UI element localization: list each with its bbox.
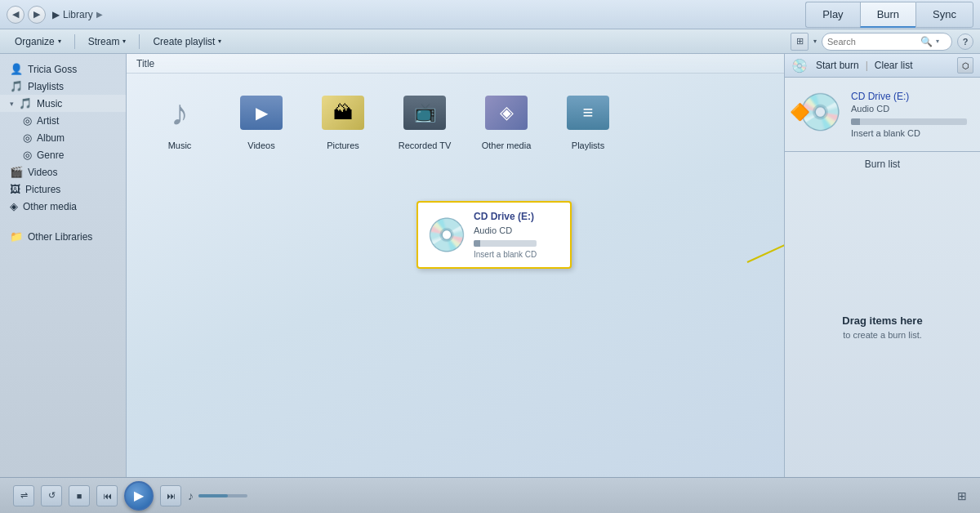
sidebar-genre-label: Genre — [37, 149, 64, 161]
burn-panel-actions: 💿 Start burn | Clear list ⬡ — [785, 54, 980, 78]
view-dropdown-arrow[interactable]: ▾ — [813, 38, 817, 45]
create-playlist-dropdown-arrow: ▾ — [218, 38, 221, 45]
toolbar-right: ⊞ ▾ 🔍 ▾ ? — [791, 33, 973, 51]
sidebar-item-other-media[interactable]: ◈ Other media — [0, 198, 126, 215]
cd-popup-progress-bar — [474, 240, 537, 247]
burn-drop-area[interactable]: Drag items here to create a burn list. — [785, 176, 980, 477]
expand-view-button[interactable]: ⊞ — [957, 489, 967, 502]
album-icon: ◎ — [23, 132, 32, 144]
search-dropdown[interactable]: ▾ — [936, 38, 939, 45]
connector-line — [747, 181, 784, 262]
play-tab-button[interactable]: Play — [805, 2, 859, 28]
toolbar-separator-1 — [74, 34, 75, 49]
sidebar-item-other-libraries[interactable]: 📁 Other Libraries — [0, 228, 126, 245]
prev-button[interactable]: ⏮ — [96, 485, 118, 506]
help-button[interactable]: ? — [957, 33, 973, 50]
organize-dropdown-arrow: ▾ — [58, 38, 61, 45]
stop-button[interactable]: ■ — [69, 485, 90, 506]
view-toggle-button[interactable]: ⊞ — [791, 33, 808, 51]
music-media-icon: ♪ — [171, 92, 189, 133]
sync-tab-button[interactable]: Sync — [915, 2, 973, 28]
sidebar-item-album[interactable]: ◎ Album — [0, 129, 126, 146]
search-input[interactable] — [827, 37, 917, 47]
play-button[interactable]: ▶ — [124, 481, 154, 511]
search-box: 🔍 ▾ — [822, 33, 952, 51]
user-icon: 👤 — [10, 63, 23, 75]
repeat-button[interactable]: ↺ — [41, 485, 62, 506]
media-item-pictures[interactable]: 🏔 Pictures — [314, 90, 372, 150]
burn-insert-text: Insert a blank CD — [851, 128, 967, 138]
pictures-icon-box: 🏔 — [320, 90, 366, 136]
breadcrumb-arrow2: ▶ — [96, 10, 103, 19]
volume-slider[interactable] — [198, 494, 247, 497]
burn-progress-fill — [851, 118, 860, 125]
media-item-playlists[interactable]: ≡ Playlists — [559, 90, 617, 150]
other-media-media-icon: ◈ — [485, 96, 528, 130]
content-title: Title — [136, 58, 154, 69]
back-button[interactable]: ◀ — [7, 6, 24, 24]
pictures-mountain-icon: 🏔 — [333, 101, 353, 124]
burn-list-label: Burn list — [785, 152, 980, 176]
cd-popup-inner: 💿 CD Drive (E:) Audio CD Insert a blank … — [426, 211, 562, 259]
other-media-icon-sym: ◈ — [500, 102, 514, 123]
genre-icon: ◎ — [23, 149, 32, 161]
sidebar-item-genre[interactable]: ◎ Genre — [0, 146, 126, 163]
cd-popup-info: CD Drive (E:) Audio CD Insert a blank CD — [474, 211, 537, 259]
start-burn-button[interactable]: Start burn — [816, 60, 859, 71]
nav-buttons: ◀ ▶ — [7, 6, 46, 24]
other-media-icon-box: ◈ — [483, 90, 529, 136]
search-icon: 🔍 — [920, 36, 933, 47]
stream-button[interactable]: Stream ▾ — [80, 33, 135, 51]
toolbar-separator-2 — [139, 34, 140, 49]
organize-button[interactable]: Organize ▾ — [7, 33, 69, 51]
playlists-icon: 🎵 — [10, 80, 23, 92]
sidebar-item-playlists[interactable]: 🎵 Playlists — [0, 78, 126, 95]
sidebar-other-libraries-label: Other Libraries — [28, 231, 92, 243]
cd-popup-subtitle: Audio CD — [474, 225, 537, 235]
cd-disc-icon: 💿 — [426, 216, 467, 254]
media-item-videos[interactable]: ▶ Videos — [233, 90, 290, 150]
videos-icon: 🎬 — [10, 166, 23, 178]
media-item-recorded-tv[interactable]: 📺 Recorded TV — [396, 90, 453, 150]
sidebar-playlists-label: Playlists — [28, 81, 64, 92]
media-label-playlists: Playlists — [572, 141, 604, 150]
bottom-bar: ⇌ ↺ ■ ⏮ ▶ ⏭ ♪ ⊞ — [0, 477, 980, 513]
media-item-music[interactable]: ♪ Music — [151, 90, 208, 150]
other-libraries-icon: 📁 — [10, 230, 23, 243]
burn-tab-button[interactable]: Burn — [860, 2, 915, 28]
cd-popup-title: CD Drive (E:) — [474, 211, 537, 222]
shuffle-button[interactable]: ⇌ — [13, 485, 34, 506]
create-playlist-button[interactable]: Create playlist ▾ — [145, 33, 229, 51]
pictures-media-icon: 🏔 — [322, 96, 364, 130]
pictures-icon: 🖼 — [10, 183, 20, 195]
volume-fill — [198, 494, 228, 497]
sidebar-item-pictures[interactable]: 🖼 Pictures — [0, 181, 126, 198]
clear-list-button[interactable]: Clear list — [875, 60, 913, 71]
organize-label: Organize — [15, 36, 55, 47]
burn-drop-text: Drag items here — [842, 314, 922, 327]
sidebar-album-label: Album — [37, 132, 65, 144]
forward-button[interactable]: ▶ — [28, 6, 46, 24]
music-expand-arrow: ▾ — [10, 100, 14, 108]
media-grid: ♪ Music ▶ Videos 🏔 Pictures — [127, 74, 784, 167]
breadcrumb-label[interactable]: Library — [63, 9, 93, 20]
stream-label: Stream — [88, 36, 120, 47]
tv-media-icon: 📺 — [403, 96, 446, 130]
next-button[interactable]: ⏭ — [160, 485, 181, 506]
sidebar-pictures-label: Pictures — [25, 184, 60, 195]
burn-expand-button[interactable]: ⬡ — [957, 57, 973, 74]
sidebar-item-artist[interactable]: ◎ Artist — [0, 112, 126, 129]
breadcrumb-arrow: ▶ — [52, 9, 60, 20]
playlists-icon-sym: ≡ — [583, 102, 594, 123]
media-item-other-media[interactable]: ◈ Other media — [478, 90, 535, 150]
sidebar-item-music[interactable]: ▾ 🎵 Music — [0, 95, 126, 112]
cd-drive-popup: 💿 CD Drive (E:) Audio CD Insert a blank … — [416, 201, 572, 269]
media-label-music: Music — [168, 141, 192, 150]
sidebar-item-user[interactable]: 👤 Tricia Goss — [0, 60, 126, 78]
toolbar: Organize ▾ Stream ▾ Create playlist ▾ ⊞ … — [0, 29, 980, 54]
playlists-media-icon: ≡ — [567, 96, 609, 130]
cd-popup-insert-text: Insert a blank CD — [474, 250, 537, 259]
burn-cd-icon-wrap: 💿 🔶 — [798, 91, 843, 133]
sidebar-item-videos[interactable]: 🎬 Videos — [0, 163, 126, 181]
burn-drop-sub: to create a burn list. — [843, 330, 922, 340]
